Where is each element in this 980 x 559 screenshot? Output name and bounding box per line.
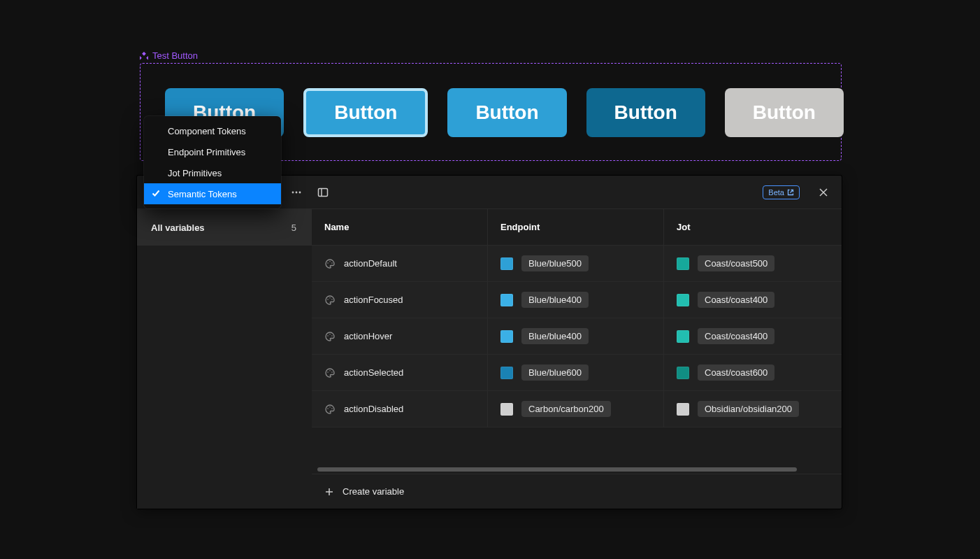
column-header-jot[interactable]: Jot (664, 209, 842, 245)
collection-option-label: Jot Primitives (168, 168, 222, 178)
color-swatch (677, 367, 689, 379)
color-value-chip[interactable]: Coast/coast400 (698, 292, 774, 308)
color-value-chip[interactable]: Blue/blue400 (521, 292, 589, 308)
horizontal-scrollbar[interactable] (316, 465, 837, 474)
component-label[interactable]: Test Button (140, 50, 198, 61)
collection-option[interactable]: Endpoint Primitives (144, 141, 281, 162)
column-header-name[interactable]: Name (312, 209, 488, 245)
cell-name[interactable]: actionSelected (312, 355, 488, 390)
table-header: Name Endpoint Jot (312, 209, 842, 246)
svg-point-23 (327, 408, 329, 409)
svg-point-15 (329, 297, 331, 298)
svg-point-25 (331, 408, 333, 409)
collection-option-label: Semantic Tokens (168, 189, 237, 199)
close-panel-button[interactable] (814, 183, 833, 202)
svg-point-19 (331, 335, 333, 337)
color-swatch (677, 257, 689, 270)
color-swatch (677, 403, 689, 416)
cell-endpoint[interactable]: Blue/blue400 (488, 282, 664, 318)
color-value-chip[interactable]: Carbon/carbon200 (521, 401, 611, 417)
more-horizontal-icon (291, 187, 302, 198)
cell-jot[interactable]: Coast/coast500 (664, 246, 842, 281)
collection-option[interactable]: Jot Primitives (144, 162, 281, 183)
color-variable-icon (324, 258, 336, 269)
collection-picker-popover: Component TokensEndpoint PrimitivesJot P… (144, 116, 281, 208)
svg-point-12 (329, 260, 331, 262)
svg-point-22 (331, 372, 333, 373)
button-variant-focused[interactable]: Button (303, 88, 428, 137)
collection-option[interactable]: Semantic Tokens (144, 183, 281, 204)
color-swatch (500, 294, 513, 306)
more-options-button[interactable] (287, 183, 306, 202)
svg-point-4 (292, 191, 294, 193)
cell-jot[interactable]: Obsidian/obsidian200 (664, 391, 842, 427)
button-label: Button (753, 101, 816, 124)
color-variable-icon (324, 404, 336, 415)
table-row[interactable]: actionDisabled Carbon/carbon200 Obsidian… (312, 391, 842, 427)
cell-endpoint[interactable]: Blue/blue400 (488, 318, 664, 354)
sidebar-item-all-variables[interactable]: All variables 5 (137, 209, 312, 246)
cell-name[interactable]: actionHover (312, 318, 488, 354)
table-row[interactable]: actionDefault Blue/blue500 Coast/coast50… (312, 246, 842, 282)
cell-jot[interactable]: Coast/coast400 (664, 318, 842, 354)
create-variable-button[interactable]: Create variable (312, 474, 842, 509)
variables-table: Name Endpoint Jot actionDefault Blue/blu… (312, 209, 842, 509)
button-variant-hover[interactable]: Button (447, 88, 566, 137)
color-value-chip[interactable]: Coast/coast400 (698, 328, 774, 344)
svg-point-24 (329, 406, 331, 407)
check-icon (151, 188, 161, 198)
button-label: Button (614, 101, 677, 124)
variable-name: actionSelected (344, 367, 403, 378)
svg-rect-0 (142, 52, 146, 56)
beta-badge[interactable]: Beta (763, 185, 800, 199)
scrollbar-thumb[interactable] (317, 467, 797, 472)
color-swatch (500, 257, 513, 270)
color-swatch (500, 330, 513, 343)
toggle-sidebar-button[interactable] (313, 183, 333, 202)
color-value-chip[interactable]: Coast/coast600 (698, 365, 774, 381)
svg-point-6 (299, 191, 301, 193)
column-header-label: Endpoint (500, 222, 540, 232)
color-value-chip[interactable]: Blue/blue600 (521, 365, 589, 381)
cell-endpoint[interactable]: Blue/blue600 (488, 355, 664, 390)
svg-rect-2 (146, 56, 148, 60)
create-variable-label: Create variable (343, 486, 404, 497)
color-swatch (500, 403, 513, 416)
color-value-chip[interactable]: Blue/blue500 (521, 255, 589, 271)
cell-endpoint[interactable]: Blue/blue500 (488, 246, 664, 281)
component-icon (140, 52, 148, 60)
table-row[interactable]: actionFocused Blue/blue400 Coast/coast40… (312, 282, 842, 318)
button-variant-selected[interactable]: Button (586, 88, 705, 137)
column-header-endpoint[interactable]: Endpoint (488, 209, 664, 245)
button-label: Button (334, 101, 397, 124)
color-value-chip[interactable]: Coast/coast500 (698, 255, 774, 271)
color-variable-icon (324, 331, 336, 342)
color-value-chip[interactable]: Blue/blue400 (521, 328, 589, 344)
table-row[interactable]: actionHover Blue/blue400 Coast/coast400 (312, 318, 842, 355)
sidebar-icon (317, 186, 329, 199)
variables-sidebar: All variables 5 (137, 209, 312, 509)
svg-point-14 (327, 299, 329, 300)
button-label: Button (475, 101, 538, 124)
cell-jot[interactable]: Coast/coast400 (664, 282, 842, 318)
column-header-label: Jot (677, 222, 691, 232)
cell-jot[interactable]: Coast/coast600 (664, 355, 842, 390)
close-icon (819, 187, 828, 197)
cell-name[interactable]: actionDisabled (312, 391, 488, 427)
table-row[interactable]: actionSelected Blue/blue600 Coast/coast6… (312, 355, 842, 391)
color-swatch (677, 330, 689, 343)
collection-option[interactable]: Component Tokens (144, 120, 281, 141)
sidebar-item-count: 5 (291, 222, 296, 233)
color-value-chip[interactable]: Obsidian/obsidian200 (698, 401, 799, 417)
collection-option-label: Component Tokens (168, 126, 246, 136)
plus-icon (324, 487, 334, 497)
cell-name[interactable]: actionDefault (312, 246, 488, 281)
svg-rect-1 (140, 56, 142, 60)
button-variant-disabled[interactable]: Button (725, 88, 844, 137)
svg-point-13 (331, 262, 333, 264)
svg-rect-7 (319, 188, 328, 196)
component-label-text: Test Button (152, 50, 198, 61)
color-variable-icon (324, 367, 336, 378)
cell-name[interactable]: actionFocused (312, 282, 488, 318)
cell-endpoint[interactable]: Carbon/carbon200 (488, 391, 664, 427)
